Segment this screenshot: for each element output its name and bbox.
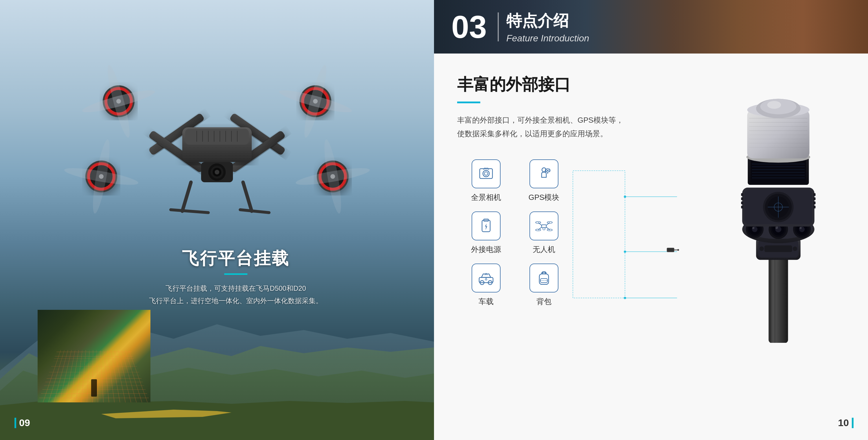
icon-label-backpack: 背包: [536, 296, 552, 307]
svg-rect-97: [765, 245, 792, 252]
section-desc-line1: 丰富的外部接口，可外接全景相机、GPS模块等，: [457, 116, 623, 124]
header-background: [434, 0, 868, 54]
section-accent-bar: [457, 101, 480, 103]
icon-circle-backpack: [529, 263, 558, 292]
svg-rect-92: [771, 254, 774, 343]
header-title-block: 特点介绍 Feature Introduction: [506, 10, 589, 43]
vehicle-svg: [477, 269, 495, 287]
svg-line-55: [240, 210, 269, 213]
panoramic-svg: 360: [477, 165, 495, 183]
svg-point-104: [752, 227, 754, 229]
icon-vehicle: 车载: [457, 259, 515, 311]
icon-label-panoramic: 全景相机: [471, 192, 501, 202]
svg-rect-120: [741, 206, 743, 209]
svg-point-62: [547, 170, 549, 171]
figure-silhouette: [91, 379, 97, 397]
icon-drone-small: 无人机: [515, 207, 573, 259]
svg-rect-122: [813, 197, 816, 200]
page-number-right: 10: [838, 417, 854, 429]
icon-label-power: 外接电源: [471, 245, 501, 255]
svg-point-152: [767, 101, 781, 109]
inset-image: [38, 310, 151, 402]
page-num-text-right: 10: [838, 417, 849, 429]
svg-rect-124: [813, 206, 816, 209]
power-svg: [477, 217, 495, 234]
section-number: 03: [452, 11, 487, 43]
svg-rect-121: [813, 193, 816, 196]
icon-gps: GPS模块: [515, 155, 573, 207]
flight-subtitle: 飞行平台挂载，可支持挂载在飞马D500和D20 飞行平台上，进行空地一体化、室内…: [38, 282, 434, 307]
header-divider: [498, 12, 499, 41]
page-number-left: 09: [14, 417, 30, 429]
flight-desc-line1: 飞行平台挂载，可支持挂载在飞马D500和D20: [165, 284, 306, 292]
flight-title-text: 飞行平台挂载: [38, 247, 434, 270]
svg-text:360: 360: [484, 167, 488, 170]
svg-line-52: [182, 182, 191, 211]
svg-rect-119: [741, 201, 743, 205]
section-chinese: 特点介绍: [506, 10, 589, 31]
flight-title-block: 飞行平台挂载 飞行平台挂载，可支持挂载在飞马D500和D20 飞行平台上，进行空…: [38, 247, 434, 307]
icon-circle-gps: [529, 159, 558, 188]
icon-circle-drone: [529, 212, 558, 241]
drone-area: [18, 23, 416, 269]
backpack-svg: [535, 269, 553, 287]
svg-point-96: [793, 247, 797, 251]
svg-point-114: [799, 227, 802, 229]
section-english: Feature Introduction: [506, 33, 589, 43]
page-bar-left: [14, 418, 16, 428]
right-header: 03 特点介绍 Feature Introduction: [434, 0, 868, 54]
svg-point-51: [215, 170, 219, 175]
svg-rect-117: [741, 193, 743, 196]
icon-label-vehicle: 车载: [478, 296, 494, 307]
device-area: [697, 54, 859, 372]
device-svg: [709, 83, 848, 343]
icon-label-drone: 无人机: [533, 245, 555, 255]
svg-marker-3: [0, 400, 434, 440]
svg-point-58: [484, 172, 488, 175]
left-panel: 飞行平台挂载 飞行平台挂载，可支持挂载在飞马D500和D20 飞行平台上，进行空…: [0, 0, 434, 440]
svg-point-57: [483, 170, 489, 177]
right-panel: 03 特点介绍 Feature Introduction 丰富的外部接口 丰富的…: [434, 0, 868, 440]
page-num-text-left: 09: [19, 417, 30, 429]
icon-circle-vehicle: [472, 263, 500, 292]
svg-rect-118: [741, 197, 743, 200]
svg-rect-38: [185, 129, 249, 145]
icon-backpack: 背包: [515, 259, 573, 311]
icon-label-gps: GPS模块: [529, 192, 560, 202]
flight-title-underline: [224, 273, 247, 275]
icon-panoramic: 360 全景相机: [457, 155, 515, 207]
svg-point-74: [543, 228, 545, 230]
svg-point-95: [760, 247, 764, 251]
drone-svg: [43, 38, 391, 255]
drone-small-svg: [535, 217, 553, 234]
flight-desc-line2: 飞行平台上，进行空地一体化、室内外一体化数据采集。: [149, 297, 322, 305]
svg-line-54: [171, 210, 208, 213]
section-description: 丰富的外部接口，可外接全景相机、GPS模块等， 使数据采集多样化，以适用更多的应…: [457, 114, 660, 140]
svg-point-109: [775, 226, 778, 229]
page-bar-right: [852, 418, 854, 428]
icon-circle-power: [472, 212, 500, 241]
gps-svg: [535, 165, 553, 183]
svg-rect-132: [750, 159, 806, 183]
icon-circle-panoramic: 360: [472, 159, 500, 188]
svg-rect-123: [813, 201, 816, 205]
icon-power: 外接电源: [457, 207, 515, 259]
svg-line-53: [243, 182, 252, 211]
section-desc-line2: 使数据采集多样化，以适用更多的应用场景。: [457, 129, 608, 138]
svg-rect-65: [541, 225, 546, 228]
